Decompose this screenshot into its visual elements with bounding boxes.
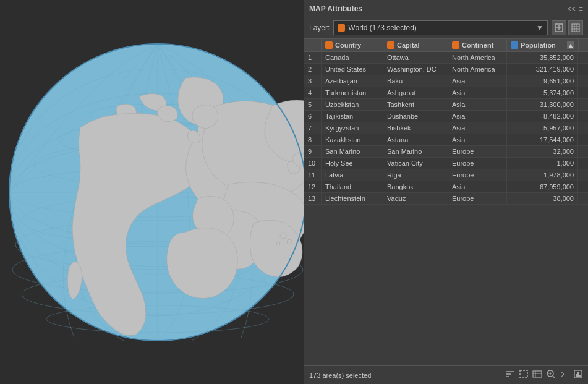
row-population: 9,651,000 <box>507 75 578 87</box>
zoom-selected-icon[interactable] <box>546 369 556 381</box>
col-header-population-label: Population <box>521 41 556 49</box>
capital-col-icon <box>387 41 394 49</box>
row-capital: Bangkok <box>383 181 448 192</box>
table-row[interactable]: 7KyrgyzstanBishkekAsia5,957,000 <box>304 122 588 134</box>
col-header-continent[interactable]: Continent <box>448 39 507 51</box>
row-country: Uzbekistan <box>322 99 383 110</box>
row-country: Azerbaijan <box>322 75 383 87</box>
row-continent: Europe <box>448 158 507 169</box>
dropdown-arrow-icon: ▼ <box>536 23 543 32</box>
col-header-population[interactable]: Population ▲ <box>507 39 579 51</box>
row-continent: Asia <box>448 122 507 134</box>
statistics-icon[interactable]: Σ <box>560 369 569 381</box>
continent-col-icon <box>452 41 459 49</box>
row-continent: Asia <box>448 181 507 192</box>
row-country: Thailand <box>322 181 383 192</box>
row-continent: North America <box>448 64 507 75</box>
table-row[interactable]: 13LiechtensteinVaduzEurope38,000 <box>304 193 588 205</box>
panel-titlebar: MAP Attributes << ≡ <box>304 0 588 17</box>
table-row[interactable]: 8KazakhstanAstanaAsia17,544,000 <box>304 134 588 146</box>
row-country: Liechtenstein <box>322 193 383 204</box>
row-country: Turkmenistan <box>322 87 383 98</box>
globe-svg <box>6 41 309 344</box>
table-body[interactable]: 1CanadaOttawaNorth America35,852,0002Uni… <box>304 52 588 365</box>
status-bar: 173 area(s) selected Σ <box>304 365 588 384</box>
col-header-country-label: Country <box>335 41 361 49</box>
table-row[interactable]: 5UzbekistanTashkentAsia31,300,000 <box>304 99 588 111</box>
layer-row: Layer: World (173 selected) ▼ <box>304 17 588 39</box>
table-row[interactable]: 6TajikistanDushanbeAsia8,482,000 <box>304 111 588 122</box>
row-number: 11 <box>304 169 322 181</box>
layer-label: Layer: <box>309 23 330 32</box>
row-capital: Ottawa <box>383 52 448 63</box>
population-col-icon <box>511 41 518 49</box>
svg-rect-24 <box>572 24 579 32</box>
table-icon <box>571 23 580 32</box>
row-number: 9 <box>304 146 322 157</box>
table-row[interactable]: 12ThailandBangkokAsia67,959,000 <box>304 181 588 193</box>
map-attributes-panel: MAP Attributes << ≡ Layer: World (173 se… <box>304 0 588 384</box>
table-row[interactable]: 1CanadaOttawaNorth America35,852,000 <box>304 52 588 64</box>
export-table-icon[interactable] <box>532 369 542 381</box>
row-number: 8 <box>304 134 322 145</box>
col-header-capital[interactable]: Capital <box>383 39 448 51</box>
svg-text:Σ: Σ <box>561 370 566 379</box>
svg-rect-33 <box>533 371 542 377</box>
row-number: 5 <box>304 99 322 110</box>
row-country: Kazakhstan <box>322 134 383 145</box>
scroll-up-button[interactable]: ▲ <box>567 41 574 49</box>
row-population: 1,000 <box>507 158 578 169</box>
row-number: 6 <box>304 111 322 122</box>
row-capital: Washington, DC <box>383 64 448 75</box>
row-continent: Asia <box>448 111 507 122</box>
svg-point-18 <box>287 239 292 244</box>
svg-rect-32 <box>520 370 527 378</box>
row-capital: Astana <box>383 134 448 145</box>
table-row[interactable]: 3AzerbaijanBakuAsia9,651,000 <box>304 75 588 87</box>
row-population: 5,957,000 <box>507 122 578 134</box>
row-capital: Riga <box>383 169 448 181</box>
row-population: 17,544,000 <box>507 134 578 145</box>
row-continent: Asia <box>448 75 507 87</box>
table-row[interactable]: 11LatviaRigaEurope1,978,000 <box>304 169 588 181</box>
row-number: 7 <box>304 122 322 134</box>
table-row[interactable]: 4TurkmenistanAshgabatAsia5,374,000 <box>304 87 588 99</box>
row-continent: North America <box>448 52 507 63</box>
row-country: United States <box>322 64 383 75</box>
row-capital: San Marino <box>383 146 448 157</box>
layer-select-dropdown[interactable]: World (173 selected) ▼ <box>333 20 548 35</box>
panel-menu-button[interactable]: ≡ <box>579 5 583 12</box>
svg-rect-44 <box>579 375 581 377</box>
svg-rect-43 <box>577 372 579 377</box>
row-continent: Asia <box>448 99 507 110</box>
row-number: 1 <box>304 52 322 63</box>
row-capital: Ashgabat <box>383 87 448 98</box>
row-population: 1,978,000 <box>507 169 578 181</box>
add-field-button[interactable] <box>552 20 566 35</box>
globe-container <box>0 0 315 384</box>
collapse-panel-button[interactable]: << <box>568 5 576 12</box>
table-view-button[interactable] <box>568 20 583 35</box>
row-country: Tajikistan <box>322 111 383 122</box>
layer-select-value: World (173 selected) <box>348 23 417 32</box>
status-text: 173 area(s) selected <box>309 372 371 379</box>
col-header-capital-label: Capital <box>397 41 420 49</box>
country-col-icon <box>325 41 333 49</box>
row-country: San Marino <box>322 146 383 157</box>
table-row[interactable]: 9San MarinoSan MarinoEurope32,000 <box>304 146 588 158</box>
sort-icon[interactable] <box>505 369 515 381</box>
col-header-country[interactable]: Country <box>322 39 383 51</box>
row-population: 38,000 <box>507 193 578 204</box>
table-row[interactable]: 10Holy SeeVatican CityEurope1,000 <box>304 158 588 169</box>
row-country: Holy See <box>322 158 383 169</box>
panel-title: MAP Attributes <box>309 4 362 13</box>
chart-icon[interactable] <box>573 369 583 381</box>
selection-icon[interactable] <box>519 369 529 381</box>
row-number: 10 <box>304 158 322 169</box>
table-row[interactable]: 2United StatesWashington, DCNorth Americ… <box>304 64 588 75</box>
row-country: Kyrgyzstan <box>322 122 383 134</box>
row-number: 4 <box>304 87 322 98</box>
row-continent: Europe <box>448 146 507 157</box>
row-number: 13 <box>304 193 322 204</box>
row-population: 321,419,000 <box>507 64 578 75</box>
